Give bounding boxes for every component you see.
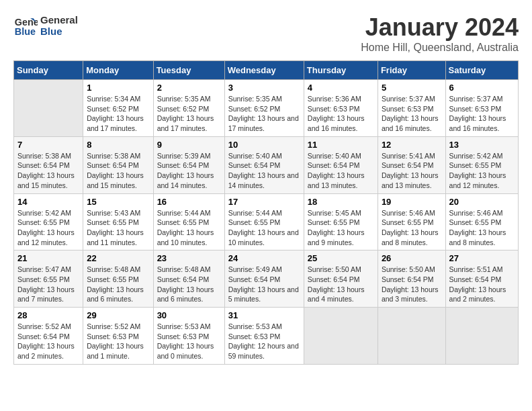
calendar-cell: 24Sunrise: 5:49 AMSunset: 6:54 PMDayligh…: [224, 250, 304, 308]
calendar-week-row: 1Sunrise: 5:34 AMSunset: 6:52 PMDaylight…: [14, 80, 519, 137]
day-info: Sunrise: 5:35 AMSunset: 6:52 PMDaylight:…: [157, 94, 221, 134]
calendar-cell: 2Sunrise: 5:35 AMSunset: 6:52 PMDaylight…: [153, 80, 224, 137]
day-info: Sunrise: 5:46 AMSunset: 6:55 PMDaylight:…: [382, 208, 442, 248]
day-number: 27: [449, 253, 515, 263]
calendar-cell: 8Sunrise: 5:38 AMSunset: 6:54 PMDaylight…: [83, 136, 153, 193]
day-number: 10: [228, 140, 300, 150]
day-info: Sunrise: 5:47 AMSunset: 6:55 PMDaylight:…: [17, 265, 79, 304]
day-info: Sunrise: 5:40 AMSunset: 6:54 PMDaylight:…: [228, 151, 300, 191]
calendar-cell: [378, 308, 445, 365]
day-info: Sunrise: 5:46 AMSunset: 6:55 PMDaylight:…: [449, 208, 515, 248]
day-number: 3: [228, 83, 300, 93]
day-info: Sunrise: 5:43 AMSunset: 6:55 PMDaylight:…: [87, 208, 149, 248]
header-day-sunday: Sunday: [14, 61, 83, 80]
day-info: Sunrise: 5:36 AMSunset: 6:53 PMDaylight:…: [308, 94, 374, 134]
calendar-cell: 12Sunrise: 5:41 AMSunset: 6:54 PMDayligh…: [378, 136, 445, 193]
calendar-cell: [304, 308, 378, 365]
day-info: Sunrise: 5:50 AMSunset: 6:54 PMDaylight:…: [382, 265, 442, 304]
day-number: 17: [228, 197, 300, 207]
day-number: 15: [87, 197, 149, 207]
day-number: 7: [17, 140, 79, 150]
day-info: Sunrise: 5:42 AMSunset: 6:55 PMDaylight:…: [449, 151, 515, 191]
logo-line1: General: [40, 14, 78, 26]
day-number: 20: [449, 197, 515, 207]
day-number: 5: [382, 83, 442, 93]
calendar-cell: 1Sunrise: 5:34 AMSunset: 6:52 PMDaylight…: [83, 80, 153, 137]
calendar-cell: 19Sunrise: 5:46 AMSunset: 6:55 PMDayligh…: [378, 193, 445, 250]
logo: General Blue General Blue: [13, 13, 78, 38]
calendar-cell: 30Sunrise: 5:53 AMSunset: 6:53 PMDayligh…: [153, 308, 224, 365]
day-info: Sunrise: 5:53 AMSunset: 6:53 PMDaylight:…: [228, 322, 300, 361]
day-info: Sunrise: 5:53 AMSunset: 6:53 PMDaylight:…: [157, 322, 221, 361]
calendar-cell: 16Sunrise: 5:44 AMSunset: 6:55 PMDayligh…: [153, 193, 224, 250]
day-info: Sunrise: 5:42 AMSunset: 6:55 PMDaylight:…: [17, 208, 79, 248]
calendar-cell: 26Sunrise: 5:50 AMSunset: 6:54 PMDayligh…: [378, 250, 445, 308]
day-info: Sunrise: 5:40 AMSunset: 6:54 PMDaylight:…: [308, 151, 374, 191]
day-number: 31: [228, 310, 300, 320]
header-day-friday: Friday: [378, 61, 445, 80]
day-info: Sunrise: 5:45 AMSunset: 6:55 PMDaylight:…: [308, 208, 374, 248]
day-number: 25: [308, 253, 374, 263]
day-number: 28: [17, 310, 79, 320]
calendar-week-row: 28Sunrise: 5:52 AMSunset: 6:54 PMDayligh…: [14, 308, 519, 365]
calendar-cell: 20Sunrise: 5:46 AMSunset: 6:55 PMDayligh…: [445, 193, 518, 250]
logo-line2: Blue: [40, 26, 78, 37]
calendar-cell: 7Sunrise: 5:38 AMSunset: 6:54 PMDaylight…: [14, 136, 83, 193]
day-number: 1: [87, 83, 149, 93]
calendar-cell: 28Sunrise: 5:52 AMSunset: 6:54 PMDayligh…: [14, 308, 83, 365]
month-year-title: January 2024: [361, 13, 519, 42]
calendar-cell: 25Sunrise: 5:50 AMSunset: 6:54 PMDayligh…: [304, 250, 378, 308]
day-info: Sunrise: 5:49 AMSunset: 6:54 PMDaylight:…: [228, 265, 300, 304]
calendar-cell: 6Sunrise: 5:37 AMSunset: 6:53 PMDaylight…: [445, 80, 518, 137]
calendar-cell: 15Sunrise: 5:43 AMSunset: 6:55 PMDayligh…: [83, 193, 153, 250]
day-info: Sunrise: 5:44 AMSunset: 6:55 PMDaylight:…: [228, 208, 300, 248]
day-number: 19: [382, 197, 442, 207]
header-day-wednesday: Wednesday: [224, 61, 304, 80]
day-info: Sunrise: 5:38 AMSunset: 6:54 PMDaylight:…: [87, 151, 149, 191]
calendar-cell: 11Sunrise: 5:40 AMSunset: 6:54 PMDayligh…: [304, 136, 378, 193]
day-number: 11: [308, 140, 374, 150]
day-info: Sunrise: 5:48 AMSunset: 6:55 PMDaylight:…: [87, 265, 149, 304]
calendar-cell: 21Sunrise: 5:47 AMSunset: 6:55 PMDayligh…: [14, 250, 83, 308]
day-number: 18: [308, 197, 374, 207]
calendar-cell: [14, 80, 83, 137]
calendar-cell: [445, 308, 518, 365]
calendar-cell: 22Sunrise: 5:48 AMSunset: 6:55 PMDayligh…: [83, 250, 153, 308]
day-number: 8: [87, 140, 149, 150]
day-number: 2: [157, 83, 221, 93]
day-number: 9: [157, 140, 221, 150]
day-number: 4: [308, 83, 374, 93]
calendar-table: SundayMondayTuesdayWednesdayThursdayFrid…: [13, 60, 519, 365]
day-info: Sunrise: 5:34 AMSunset: 6:52 PMDaylight:…: [87, 94, 149, 134]
calendar-cell: 9Sunrise: 5:39 AMSunset: 6:54 PMDaylight…: [153, 136, 224, 193]
day-info: Sunrise: 5:41 AMSunset: 6:54 PMDaylight:…: [382, 151, 442, 191]
header-day-tuesday: Tuesday: [153, 61, 224, 80]
header-day-saturday: Saturday: [445, 61, 518, 80]
day-number: 30: [157, 310, 221, 320]
calendar-week-row: 7Sunrise: 5:38 AMSunset: 6:54 PMDaylight…: [14, 136, 519, 193]
calendar-cell: 23Sunrise: 5:48 AMSunset: 6:54 PMDayligh…: [153, 250, 224, 308]
day-info: Sunrise: 5:37 AMSunset: 6:53 PMDaylight:…: [382, 94, 442, 134]
calendar-header-row: SundayMondayTuesdayWednesdayThursdayFrid…: [14, 61, 519, 80]
day-number: 24: [228, 253, 300, 263]
header-day-monday: Monday: [83, 61, 153, 80]
page-header: General Blue General Blue January 2024 H…: [13, 13, 519, 54]
day-number: 21: [17, 253, 79, 263]
day-info: Sunrise: 5:50 AMSunset: 6:54 PMDaylight:…: [308, 265, 374, 304]
calendar-cell: 4Sunrise: 5:36 AMSunset: 6:53 PMDaylight…: [304, 80, 378, 137]
day-number: 22: [87, 253, 149, 263]
day-number: 12: [382, 140, 442, 150]
calendar-cell: 3Sunrise: 5:35 AMSunset: 6:52 PMDaylight…: [224, 80, 304, 137]
calendar-cell: 17Sunrise: 5:44 AMSunset: 6:55 PMDayligh…: [224, 193, 304, 250]
svg-text:Blue: Blue: [15, 26, 36, 37]
day-info: Sunrise: 5:52 AMSunset: 6:53 PMDaylight:…: [87, 322, 149, 361]
day-number: 14: [17, 197, 79, 207]
calendar-cell: 27Sunrise: 5:51 AMSunset: 6:54 PMDayligh…: [445, 250, 518, 308]
day-number: 6: [449, 83, 515, 93]
day-number: 29: [87, 310, 149, 320]
header-day-thursday: Thursday: [304, 61, 378, 80]
calendar-cell: 14Sunrise: 5:42 AMSunset: 6:55 PMDayligh…: [14, 193, 83, 250]
day-info: Sunrise: 5:38 AMSunset: 6:54 PMDaylight:…: [17, 151, 79, 191]
location-subtitle: Home Hill, Queensland, Australia: [361, 42, 519, 54]
day-info: Sunrise: 5:37 AMSunset: 6:53 PMDaylight:…: [449, 94, 515, 134]
